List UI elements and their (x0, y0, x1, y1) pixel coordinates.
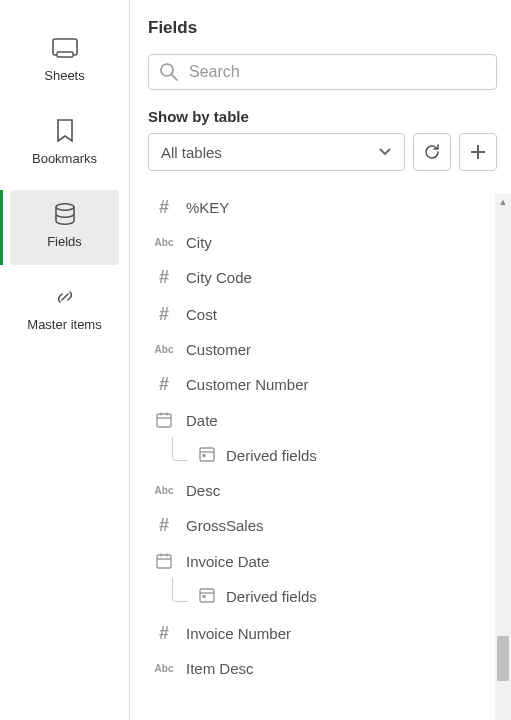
refresh-button[interactable] (413, 133, 451, 171)
derived-icon (198, 586, 216, 607)
field-name: Invoice Number (186, 625, 291, 642)
field-row[interactable]: #%KEY (148, 189, 497, 226)
nav-sidebar: Sheets Bookmarks Fields Master items (0, 0, 130, 720)
sidebar-label: Master items (27, 317, 101, 332)
field-list[interactable]: #%KEYAbcCity#City Code#CostAbcCustomer#C… (148, 189, 497, 720)
svg-point-2 (56, 204, 74, 210)
field-name: Date (186, 412, 218, 429)
svg-rect-11 (200, 448, 214, 461)
field-name: City Code (186, 269, 252, 286)
panel-title: Fields (148, 18, 497, 38)
numeric-type-icon: # (152, 623, 176, 644)
field-name: Cost (186, 306, 217, 323)
sidebar-label: Bookmarks (32, 151, 97, 166)
controls-row: All tables (148, 133, 497, 171)
field-name: City (186, 234, 212, 251)
text-type-icon: Abc (152, 485, 176, 496)
svg-point-3 (161, 64, 173, 76)
table-select-value: All tables (161, 144, 222, 161)
text-type-icon: Abc (152, 237, 176, 248)
text-type-icon: Abc (152, 344, 176, 355)
field-row[interactable]: AbcCity (148, 226, 497, 259)
derived-icon (198, 445, 216, 466)
svg-rect-14 (157, 555, 171, 568)
svg-rect-13 (203, 454, 206, 457)
scroll-up-arrow[interactable]: ▲ (495, 194, 511, 210)
scrollbar[interactable]: ▲ (495, 194, 511, 720)
field-row[interactable]: AbcCustomer (148, 333, 497, 366)
field-row[interactable]: #City Code (148, 259, 497, 296)
sidebar-label: Sheets (44, 68, 84, 83)
sidebar-label: Fields (47, 234, 82, 249)
svg-line-4 (172, 75, 177, 80)
field-row[interactable]: AbcDesc (148, 474, 497, 507)
field-row[interactable]: #Cost (148, 296, 497, 333)
bookmark-icon (51, 119, 79, 143)
field-row[interactable]: #Customer Number (148, 366, 497, 403)
refresh-icon (422, 142, 442, 162)
field-row[interactable]: AbcItem Desc (148, 652, 497, 685)
field-row[interactable]: Date (148, 403, 497, 437)
table-select[interactable]: All tables (148, 133, 405, 171)
svg-rect-20 (203, 595, 206, 598)
sidebar-item-master-items[interactable]: Master items (10, 273, 119, 348)
sidebar-item-bookmarks[interactable]: Bookmarks (10, 107, 119, 182)
database-icon (51, 202, 79, 226)
search-box[interactable] (148, 54, 497, 90)
numeric-type-icon: # (152, 374, 176, 395)
numeric-type-icon: # (152, 515, 176, 536)
link-icon (51, 285, 79, 309)
field-name: Desc (186, 482, 220, 499)
numeric-type-icon: # (152, 267, 176, 288)
field-row[interactable]: #GrossSales (148, 507, 497, 544)
chevron-down-icon (378, 145, 392, 159)
sheets-icon (51, 36, 79, 60)
tree-connector (172, 437, 188, 461)
field-row[interactable]: #Invoice Number (148, 615, 497, 652)
derived-fields-row[interactable]: Derived fields (148, 578, 497, 615)
sidebar-item-sheets[interactable]: Sheets (10, 24, 119, 99)
date-type-icon (152, 411, 176, 429)
add-button[interactable] (459, 133, 497, 171)
scrollbar-thumb[interactable] (497, 636, 509, 681)
sidebar-item-fields[interactable]: Fields (10, 190, 119, 265)
field-name: Invoice Date (186, 553, 269, 570)
svg-rect-1 (57, 52, 73, 57)
date-type-icon (152, 552, 176, 570)
field-name: Customer (186, 341, 251, 358)
plus-icon (469, 143, 487, 161)
field-name: %KEY (186, 199, 229, 216)
tree-connector (172, 578, 188, 602)
text-type-icon: Abc (152, 663, 176, 674)
field-name: Customer Number (186, 376, 309, 393)
search-icon (159, 62, 179, 82)
search-input[interactable] (189, 63, 486, 81)
numeric-type-icon: # (152, 304, 176, 325)
numeric-type-icon: # (152, 197, 176, 218)
field-name: Item Desc (186, 660, 254, 677)
fields-panel: Fields Show by table All tables #%KEYAbc… (130, 0, 511, 720)
field-row[interactable]: Invoice Date (148, 544, 497, 578)
field-name: GrossSales (186, 517, 264, 534)
derived-label: Derived fields (226, 447, 317, 464)
show-by-table-label: Show by table (148, 108, 497, 125)
derived-label: Derived fields (226, 588, 317, 605)
svg-rect-18 (200, 589, 214, 602)
svg-rect-7 (157, 414, 171, 427)
derived-fields-row[interactable]: Derived fields (148, 437, 497, 474)
